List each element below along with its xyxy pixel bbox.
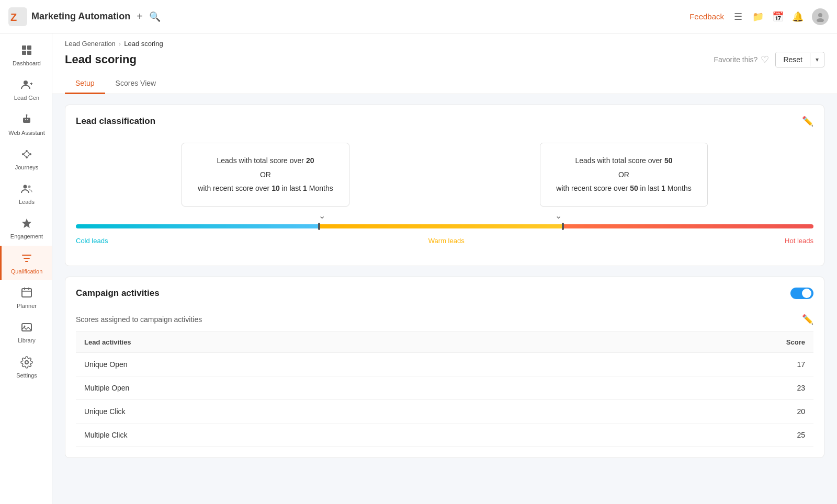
svg-text:Z: Z (10, 12, 17, 23)
svg-point-15 (26, 114, 28, 116)
chevron-hot-icon: ⌄ (555, 211, 562, 221)
svg-line-22 (28, 155, 29, 157)
warm-threshold-line1: Leads with total score over 20 (217, 156, 314, 165)
lead-bar-wrapper (76, 224, 813, 228)
svg-point-33 (25, 361, 28, 364)
main-layout: Dashboard Lead Gen Web Assistant Journey… (0, 33, 837, 504)
feedback-button[interactable]: Feedback (689, 12, 724, 21)
svg-rect-31 (22, 324, 31, 331)
scores-assigned-label: Scores assigned to campaign activities (76, 315, 202, 324)
page-header-actions: Favorite this? ♡ Reset ▾ (714, 52, 824, 67)
heart-icon[interactable]: ♡ (761, 54, 769, 65)
sidebar-item-dashboard[interactable]: Dashboard (0, 38, 52, 72)
person-plus-icon (19, 77, 34, 92)
breadcrumb-parent[interactable]: Lead Generation (65, 40, 116, 48)
chevron-indicators: ⌄ ⌄ (86, 211, 803, 224)
svg-rect-27 (22, 289, 31, 297)
chevron-down-icon[interactable]: ▾ (810, 53, 824, 66)
toggle-thumb (802, 289, 811, 298)
sidebar-item-qualification[interactable]: Qualification (0, 246, 52, 280)
list-icon[interactable]: ☰ (732, 11, 744, 22)
sidebar-item-planner[interactable]: Planner (0, 280, 52, 315)
lead-classification-header: Lead classification ✏️ (76, 116, 813, 127)
hot-threshold-line1: Leads with total score over 50 (575, 156, 672, 165)
sidebar-label-lead-gen: Lead Gen (14, 94, 39, 101)
score-cell: 25 (549, 423, 813, 446)
campaign-toggle[interactable] (790, 288, 813, 299)
planner-icon (19, 285, 34, 300)
add-button[interactable]: + (137, 10, 143, 22)
activities-table-header: Scores assigned to campaign activities ✏… (76, 310, 813, 332)
svg-line-23 (24, 155, 26, 157)
svg-rect-7 (27, 51, 31, 55)
favorite-area: Favorite this? ♡ (714, 54, 769, 65)
content-header: Lead Generation › Lead scoring Lead scor… (52, 33, 837, 94)
page-title: Lead scoring (65, 53, 137, 66)
calendar-icon[interactable]: 📅 (772, 11, 784, 22)
star-icon (19, 216, 34, 231)
lead-bar (76, 224, 813, 228)
svg-point-16 (22, 153, 24, 155)
svg-point-3 (817, 18, 824, 22)
topbar: Z Marketing Automation + 🔍 Feedback ☰ 📁 … (0, 0, 837, 33)
sidebar-label-engagement: Engagement (10, 233, 43, 240)
content-area: Lead Generation › Lead scoring Lead scor… (52, 33, 837, 504)
app-title: Marketing Automation (31, 11, 130, 22)
reset-button[interactable]: Reset ▾ (775, 52, 824, 67)
filter-icon (19, 251, 34, 266)
edit-activities-icon[interactable]: ✏️ (802, 314, 813, 325)
sidebar-item-library[interactable]: Library (0, 315, 52, 349)
sidebar-label-library: Library (18, 337, 36, 344)
campaign-activities-header: Campaign activities (76, 288, 813, 299)
sidebar-item-lead-gen[interactable]: Lead Gen (0, 72, 52, 107)
tab-setup[interactable]: Setup (65, 74, 105, 94)
activity-cell: Unique Click (76, 399, 549, 423)
svg-rect-4 (22, 45, 26, 50)
bell-icon[interactable]: 🔔 (792, 11, 804, 22)
table-row: Multiple Click 25 (76, 423, 813, 446)
sidebar-item-journeys[interactable]: Journeys (0, 142, 52, 176)
user-avatar[interactable] (812, 8, 829, 25)
topbar-actions: Feedback ☰ 📁 📅 🔔 (689, 8, 829, 25)
svg-marker-26 (22, 219, 31, 228)
campaign-activities-title: Campaign activities (76, 288, 160, 299)
app-logo: Z Marketing Automation (8, 7, 130, 26)
sidebar-item-web-assistant[interactable]: Web Assistant (0, 107, 52, 142)
svg-line-20 (24, 152, 26, 154)
table-row: Multiple Open 23 (76, 376, 813, 399)
sidebar-label-journeys: Journeys (15, 164, 39, 171)
divider-marker-warm (318, 223, 320, 230)
search-button[interactable]: 🔍 (149, 11, 161, 22)
warm-leads-label: Warm leads (108, 237, 785, 245)
breadcrumb: Lead Generation › Lead scoring (65, 40, 824, 48)
sidebar: Dashboard Lead Gen Web Assistant Journey… (0, 33, 52, 504)
edit-classification-icon[interactable]: ✏️ (802, 116, 813, 127)
sidebar-item-leads[interactable]: Leads (0, 176, 52, 211)
cold-bar-segment (76, 224, 319, 228)
svg-point-24 (24, 185, 27, 189)
folder-icon[interactable]: 📁 (752, 11, 764, 22)
gear-icon (19, 355, 34, 370)
lead-classification-title: Lead classification (76, 116, 155, 127)
col-score: Score (549, 332, 813, 353)
tab-scores-view[interactable]: Scores View (105, 74, 167, 94)
threshold-cards: Leads with total score over 20 OR with r… (76, 143, 813, 207)
svg-point-8 (24, 81, 28, 85)
sidebar-label-settings: Settings (16, 372, 37, 379)
col-activity: Lead activities (76, 332, 549, 353)
page-header-row: Lead scoring Favorite this? ♡ Reset ▾ (65, 52, 824, 67)
svg-rect-13 (27, 119, 28, 120)
avatar-icon (815, 12, 825, 22)
warm-bar-segment (319, 224, 562, 228)
main-content: Lead classification ✏️ Leads with total … (52, 94, 837, 479)
sidebar-label-web-assistant: Web Assistant (8, 129, 45, 136)
svg-point-17 (26, 150, 28, 152)
toggle-track[interactable] (790, 288, 813, 299)
activity-cell: Unique Open (76, 352, 549, 376)
warm-or-label: OR (260, 170, 271, 179)
divider-marker-hot (562, 223, 564, 230)
score-cell: 23 (549, 376, 813, 399)
sidebar-item-settings[interactable]: Settings (0, 350, 52, 384)
campaign-activities-card: Campaign activities Scores assigned to c… (65, 277, 824, 458)
sidebar-item-engagement[interactable]: Engagement (0, 211, 52, 245)
